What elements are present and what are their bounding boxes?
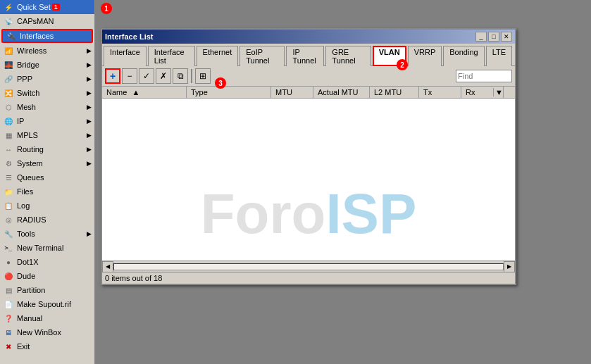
routing-icon: ↔	[3, 144, 14, 155]
col-expand-button[interactable]: ▼	[493, 88, 503, 96]
table-header: Name ▲ Type MTU Actual MTU L2 MTU Tx Rx …	[102, 87, 515, 99]
sidebar-item-partition[interactable]: ▤ Partition	[0, 283, 94, 297]
sidebar-label-quickset: Quick Set	[17, 3, 51, 11]
sidebar-label-ppp: PPP	[17, 75, 32, 83]
ip-arrow: ▶	[87, 118, 92, 125]
sidebar-item-ppp[interactable]: 🔗 PPP ▶	[0, 72, 94, 86]
scroll-right-button[interactable]: ▶	[504, 261, 515, 272]
toolbar: + − ✓ ✗ ⧉ ⊞	[102, 66, 515, 87]
col-mtu-label: MTU	[275, 88, 292, 96]
col-name-label: Name	[106, 88, 127, 96]
sidebar-item-interfaces[interactable]: 🔌 Interfaces	[1, 29, 93, 43]
sidebar-label-ip: IP	[17, 117, 24, 125]
copy-button[interactable]: ⧉	[173, 68, 188, 84]
window-close-button[interactable]: ✕	[501, 32, 512, 42]
col-header-actual-mtu[interactable]: Actual MTU	[313, 87, 370, 98]
sidebar-item-dot1x[interactable]: ● Dot1X	[0, 255, 94, 269]
check-button[interactable]: ✓	[139, 68, 154, 84]
sidebar-label-files: Files	[17, 187, 33, 196]
col-rx-label: Rx	[466, 88, 475, 96]
tab-bonding-label: Bonding	[449, 48, 478, 56]
sidebar-item-tools[interactable]: 🔧 Tools ▶	[0, 227, 94, 241]
sidebar-label-routing: Routing	[17, 145, 44, 153]
sidebar-item-newwinbox[interactable]: 🖥 New WinBox	[0, 325, 94, 339]
tools-icon: 🔧	[3, 228, 14, 239]
sidebar-item-routing[interactable]: ↔ Routing ▶	[0, 142, 94, 156]
sidebar-item-system[interactable]: ⚙ System ▶	[0, 156, 94, 170]
sidebar-label-manual: Manual	[17, 314, 42, 322]
ip-icon: 🌐	[3, 115, 14, 127]
tabs-bar: Interface Interface List Ethernet EoIP T…	[102, 44, 515, 66]
col-header-l2mtu[interactable]: L2 MTU	[370, 87, 419, 98]
tab-gre-tunnel[interactable]: GRE Tunnel	[325, 46, 371, 66]
sidebar-label-exit: Exit	[17, 342, 30, 351]
files-icon: 📁	[3, 186, 14, 197]
scroll-left-button[interactable]: ◀	[102, 261, 113, 272]
tab-bonding[interactable]: Bonding	[443, 46, 484, 66]
status-bar: 0 items out of 18	[102, 272, 515, 284]
sidebar-item-capsman[interactable]: 📡 CAPsMAN	[0, 14, 94, 28]
window-maximize-button[interactable]: □	[488, 32, 499, 42]
sidebar-item-exit[interactable]: ✖ Exit	[0, 339, 94, 353]
remove-button[interactable]: −	[122, 68, 137, 84]
col-type-label: Type	[191, 88, 208, 96]
sidebar-item-manual[interactable]: ❓ Manual	[0, 311, 94, 325]
dude-icon: 🔴	[3, 270, 14, 282]
sidebar-item-dude[interactable]: 🔴 Dude	[0, 269, 94, 283]
sidebar-label-mpls: MPLS	[17, 131, 38, 139]
tab-ip-tunnel-label: IP Tunnel	[292, 48, 316, 65]
sidebar-item-ip[interactable]: 🌐 IP ▶	[0, 114, 94, 128]
col-actual-mtu-label: Actual MTU	[318, 88, 358, 96]
col-header-type[interactable]: Type	[187, 87, 271, 98]
col-header-name[interactable]: Name ▲	[102, 87, 187, 98]
tab-gre-tunnel-label: GRE Tunnel	[332, 48, 355, 65]
tab-interface-list[interactable]: Interface List	[148, 46, 195, 66]
sidebar-item-mesh[interactable]: ⬡ Mesh ▶	[0, 100, 94, 114]
tab-lte[interactable]: LTE	[486, 46, 512, 66]
sidebar-label-log: Log	[17, 201, 30, 210]
scroll-track[interactable]	[113, 263, 504, 270]
watermark: ForoISP	[201, 182, 417, 246]
plus-icon: +	[110, 70, 116, 82]
wireless-icon: 📶	[3, 45, 14, 56]
col-header-mtu[interactable]: MTU	[271, 87, 313, 98]
window-minimize-button[interactable]: _	[475, 32, 487, 42]
sidebar-item-files[interactable]: 📁 Files	[0, 184, 94, 199]
sidebar-item-wireless[interactable]: 📶 Wireless ▶	[0, 44, 94, 58]
sidebar-label-radius: RADIUS	[17, 215, 46, 224]
sidebar-item-mpls[interactable]: ▦ MPLS ▶	[0, 128, 94, 142]
sidebar-item-log[interactable]: 📋 Log	[0, 199, 94, 213]
sidebar-label-newwinbox: New WinBox	[17, 328, 61, 337]
partition-icon: ▤	[3, 284, 14, 296]
sidebar-item-supout[interactable]: 📄 Make Supout.rif	[0, 297, 94, 311]
sidebar-item-newterminal[interactable]: >_ New Terminal	[0, 241, 94, 255]
capsman-icon: 📡	[3, 15, 14, 27]
tools-arrow: ▶	[87, 230, 92, 237]
sidebar-item-queues[interactable]: ☰ Queues	[0, 170, 94, 184]
sidebar-label-partition: Partition	[17, 286, 45, 294]
tab-ethernet-label: Ethernet	[203, 48, 232, 56]
tab-vrrp[interactable]: VRRP	[408, 46, 442, 66]
cross-button[interactable]: ✗	[156, 68, 171, 84]
newwinbox-icon: 🖥	[3, 327, 14, 338]
queues-icon: ☰	[3, 172, 14, 183]
tab-ip-tunnel[interactable]: IP Tunnel	[286, 46, 324, 66]
exit-icon: ✖	[3, 341, 14, 352]
tab-eoip[interactable]: EoIP Tunnel	[239, 46, 285, 66]
sidebar-item-quickset[interactable]: ⚡ Quick Set 1	[0, 0, 94, 14]
sidebar-item-radius[interactable]: ◎ RADIUS	[0, 213, 94, 227]
newterminal-icon: >_	[3, 242, 14, 253]
tab-eoip-label: EoIP Tunnel	[246, 48, 269, 65]
col-header-tx[interactable]: Tx	[419, 87, 461, 98]
tab-ethernet[interactable]: Ethernet	[197, 46, 239, 66]
sidebar-item-switch[interactable]: 🔀 Switch ▶	[0, 86, 94, 100]
filter-button[interactable]: ⊞	[195, 68, 211, 84]
sidebar-item-bridge[interactable]: 🌉 Bridge ▶	[0, 58, 94, 72]
tab-interface[interactable]: Interface	[104, 46, 147, 66]
sidebar-label-switch: Switch	[17, 89, 39, 97]
col-header-rx[interactable]: Rx ▼	[461, 87, 504, 98]
sidebar-label-bridge: Bridge	[17, 61, 39, 69]
horizontal-scrollbar: ◀ ▶	[102, 261, 515, 272]
find-input[interactable]	[456, 70, 512, 82]
add-button[interactable]: +	[105, 68, 120, 84]
